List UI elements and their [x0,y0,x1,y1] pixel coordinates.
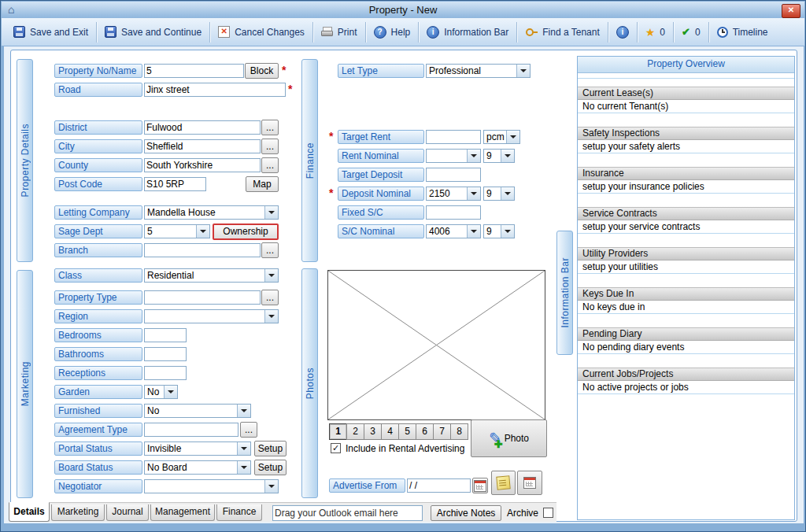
favourites-button[interactable]: ★ 0 [638,21,672,43]
required-asterisk: * [288,83,292,95]
side-tab-information-bar[interactable]: Information Bar [556,231,573,355]
receptions-input[interactable] [144,366,187,380]
chevron-down-icon [237,461,250,474]
board-status-dropdown[interactable]: No Board [144,460,251,475]
county-input[interactable] [144,158,261,172]
rent-period-dropdown[interactable]: pcm [483,130,520,144]
photo-slot-5[interactable]: 5 [398,423,416,440]
side-tab-marketing[interactable]: Marketing [17,270,33,498]
district-input[interactable] [144,120,261,135]
garden-dropdown[interactable]: No [144,385,178,399]
region-dropdown[interactable] [144,309,279,323]
portal-status-dropdown[interactable]: Invisible [144,441,251,456]
tab-marketing[interactable]: Marketing [51,504,105,521]
info-icon: i [427,26,439,39]
date-picker-button[interactable] [472,478,488,493]
chevron-down-icon [264,269,278,282]
photo-slot-4[interactable]: 4 [381,423,399,440]
timeline-button[interactable]: Timeline [710,21,775,43]
target-deposit-input[interactable] [426,168,481,182]
find-tenant-button[interactable]: Find a Tenant [518,21,607,43]
photo-slot-2[interactable]: 2 [346,423,364,440]
branch-label: Branch [54,243,142,257]
tasks-button[interactable]: ✔ 0 [675,21,708,43]
chevron-down-icon [264,480,278,493]
side-tab-finance[interactable]: Finance [301,59,318,262]
save-continue-button[interactable]: Save and Continue [98,21,209,43]
sc-nominal-dropdown[interactable]: 4006 [426,224,481,238]
fixed-sc-input[interactable] [426,205,481,220]
block-button[interactable]: Block [245,63,279,79]
target-rent-input[interactable] [426,130,481,144]
tab-details[interactable]: Details [9,502,50,522]
post-code-input[interactable] [144,177,206,191]
archive-checkbox[interactable] [543,508,553,518]
city-lookup-button[interactable]: ... [261,139,279,154]
rent-nominal-dropdown[interactable] [426,149,481,163]
advertise-from-input[interactable] [407,478,471,493]
county-lookup-button[interactable]: ... [261,157,279,173]
negotiator-dropdown[interactable] [144,479,279,493]
schedule-button[interactable] [517,471,542,495]
bedrooms-input[interactable] [144,328,187,342]
cancel-changes-button[interactable]: ✕ Cancel Changes [211,21,312,43]
photo-slot-8[interactable]: 8 [450,423,468,440]
photo-slot-7[interactable]: 7 [433,423,451,440]
city-input[interactable] [144,139,261,153]
rent-nominal-code-dropdown[interactable]: 9 [483,149,515,163]
branch-input[interactable] [144,243,261,257]
letting-company-value: Mandella House [147,207,216,219]
outlook-drop-input[interactable] [272,505,423,521]
sage-dept-value: 5 [147,226,153,238]
letting-company-dropdown[interactable]: Mandella House [144,205,279,220]
information-bar-button[interactable]: i Information Bar [420,21,516,43]
photo-slot-6[interactable]: 6 [416,423,434,440]
help-button[interactable]: ? Help [367,21,418,43]
save-exit-button[interactable]: Save and Exit [6,21,95,43]
property-type-input[interactable] [144,290,261,305]
archive-notes-button[interactable]: Archive Notes [431,505,501,521]
side-tab-property-details[interactable]: Property Details [17,59,33,262]
photo-slot-3[interactable]: 3 [364,423,382,440]
district-lookup-button[interactable]: ... [261,120,279,135]
notes-button[interactable] [491,471,516,495]
side-tab-photos[interactable]: Photos [301,268,318,498]
print-button[interactable]: Print [314,21,364,43]
road-input[interactable] [144,83,286,97]
toolbar-separator [708,22,709,42]
let-type-dropdown[interactable]: Professional [426,64,531,78]
board-setup-button[interactable]: Setup [254,460,287,475]
agreement-type-lookup-button[interactable]: ... [240,422,257,438]
tab-finance[interactable]: Finance [216,504,262,521]
sage-dept-dropdown[interactable]: 5 [144,224,210,238]
map-button[interactable]: Map [246,176,279,192]
property-window: ⌂ Property - New ✕ Save and Exit Save an… [0,0,806,532]
deposit-nominal-code-dropdown[interactable]: 9 [483,187,515,201]
agreement-type-input[interactable] [144,423,238,437]
branch-lookup-button[interactable]: ... [261,242,279,258]
property-type-lookup-button[interactable]: ... [261,290,279,305]
class-dropdown[interactable]: Residential [144,268,279,283]
toolbar-separator [418,22,419,42]
road-label: Road [54,83,142,97]
tab-management[interactable]: Management [150,504,215,521]
bathrooms-input[interactable] [144,347,187,361]
info-quick-button[interactable]: i [609,21,636,43]
property-no-input[interactable] [144,64,244,78]
close-button[interactable]: ✕ [782,4,800,18]
photo-slot-1[interactable]: 1 [329,423,347,440]
tab-journal[interactable]: Journal [106,504,149,521]
side-tab-property-details-label: Property Details [20,124,31,197]
deposit-nominal-dropdown[interactable]: 2150 [426,187,481,201]
rent-period-value: pcm [486,131,505,143]
save-continue-label: Save and Continue [121,27,202,38]
include-advertising-checkbox[interactable]: ✓ [331,443,341,453]
furnished-dropdown[interactable]: No [144,404,251,418]
add-photo-label: Photo [505,433,529,444]
board-status-label: Board Status [54,460,142,475]
add-photo-button[interactable]: ✎ ✚ Photo [471,419,547,457]
sc-nominal-code-dropdown[interactable]: 9 [483,224,515,238]
clock-icon [717,27,728,38]
ownership-button[interactable]: Ownership [213,224,279,240]
portal-setup-button[interactable]: Setup [254,441,287,456]
